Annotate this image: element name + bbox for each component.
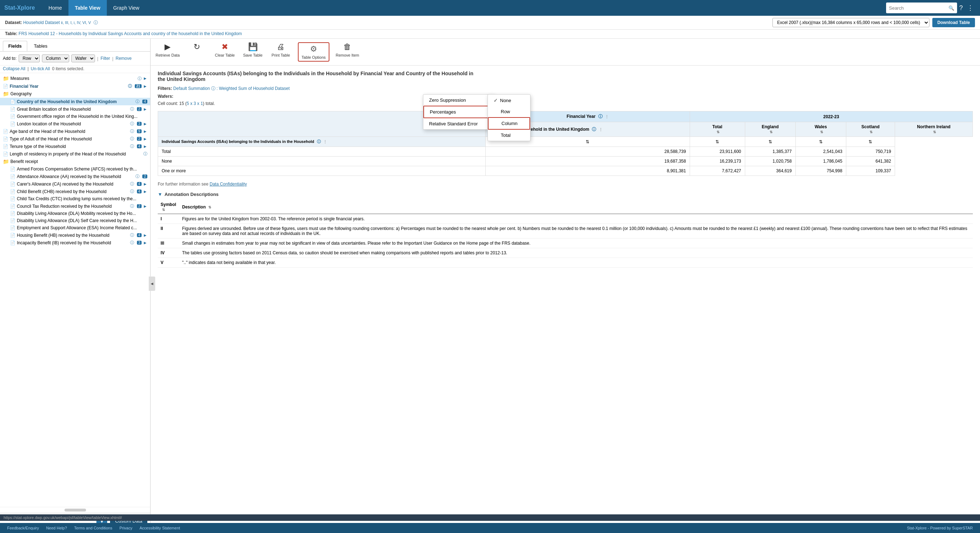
- column-select[interactable]: Column: [42, 54, 69, 62]
- isa-sort-england[interactable]: ⇅: [690, 137, 745, 147]
- isa-sort-icon[interactable]: ⋮: [323, 140, 327, 144]
- isa-sort-scotland[interactable]: ⇅: [795, 137, 846, 147]
- annotations-header[interactable]: ▼ Annotation Descriptions: [158, 192, 973, 197]
- cell-count-link[interactable]: 5 x 3 x 1: [187, 101, 203, 106]
- tree-item-type-adult[interactable]: 📄 Type of Adult of the Head of the House…: [0, 135, 150, 143]
- expand-arrow-age[interactable]: ►: [143, 129, 147, 134]
- row-option[interactable]: Row: [488, 106, 530, 117]
- tree-item-hb[interactable]: 📄 Housing Benefit (HB) received by the H…: [0, 232, 150, 239]
- tree-item-dla-sc[interactable]: 📄 Disability Living Allowance (DLA) Self…: [0, 217, 150, 224]
- retrieve-data-button[interactable]: ▶ Retrieve Data: [156, 42, 180, 57]
- expand-arrow-fy[interactable]: ►: [143, 84, 147, 89]
- info-icon-hb[interactable]: ⓘ: [130, 232, 134, 238]
- download-table-button[interactable]: Download Table: [932, 18, 975, 27]
- country-sort-icon[interactable]: ⋮: [599, 127, 603, 132]
- table-view-nav-button[interactable]: Table View: [68, 0, 107, 16]
- format-select[interactable]: Excel 2007 (.xlsx)(max 16,384 columns x …: [772, 18, 929, 27]
- symbol-sort[interactable]: ⇅: [162, 208, 165, 212]
- feedback-link[interactable]: Feedback/Enquiry: [7, 526, 39, 529]
- remove-link[interactable]: Remove: [115, 56, 132, 61]
- tree-item-chb[interactable]: 📄 Child Benefit (CHB) received by the Ho…: [0, 188, 150, 195]
- desc-sort[interactable]: ⇅: [208, 205, 211, 209]
- filter-info-icon[interactable]: ⓘ: [211, 86, 215, 91]
- expand-arrow-ca[interactable]: ►: [143, 182, 147, 187]
- info-icon-country[interactable]: ⓘ: [135, 99, 140, 104]
- tree-item-financial-year[interactable]: 📄 Financial Year ⓘ 21 ►: [0, 82, 150, 90]
- isa-info-icon[interactable]: ⓘ: [317, 140, 321, 144]
- percentages-item[interactable]: Percentages: [423, 106, 494, 118]
- ni-sort[interactable]: ⇅: [933, 130, 936, 134]
- expand-arrow-adult[interactable]: ►: [143, 136, 147, 141]
- info-icon-age[interactable]: ⓘ: [130, 128, 134, 134]
- help-icon-button[interactable]: ?: [957, 4, 965, 12]
- info-icon-ib[interactable]: ⓘ: [130, 240, 134, 245]
- expand-arrow-tenure[interactable]: ►: [143, 144, 147, 149]
- table-name-link[interactable]: FRS Household 12 - Households by Individ…: [19, 31, 242, 36]
- info-icon-fy[interactable]: ⓘ: [128, 84, 132, 89]
- tree-item-measures[interactable]: 📁 Measures ⓘ ►: [0, 75, 150, 82]
- tree-item-country[interactable]: 📄 Country of the Household in the United…: [0, 98, 150, 105]
- total-option[interactable]: Total: [488, 130, 530, 141]
- info-icon-dataset[interactable]: ⓘ: [94, 20, 98, 25]
- collapse-all-link[interactable]: Collapse All: [3, 66, 25, 71]
- help-link[interactable]: Need Help?: [46, 526, 67, 529]
- info-icon-ca[interactable]: ⓘ: [130, 181, 134, 187]
- tree-item-length-residency[interactable]: 📄 Length of residency in property of the…: [0, 150, 150, 158]
- info-icon-aa[interactable]: ⓘ: [135, 174, 140, 179]
- info-icon-adult[interactable]: ⓘ: [130, 136, 134, 141]
- tree-item-ctr[interactable]: 📄 Council Tax Reduction received by the …: [0, 202, 150, 210]
- tab-tables[interactable]: Tables: [29, 41, 53, 51]
- expand-arrow-chb[interactable]: ►: [143, 189, 147, 194]
- data-confidentiality-link[interactable]: Data Confidentiality: [210, 182, 247, 187]
- save-table-button[interactable]: 💾 Save Table: [242, 42, 264, 57]
- column-option[interactable]: Column: [488, 117, 530, 130]
- info-icon[interactable]: ⓘ: [138, 76, 142, 81]
- terms-link[interactable]: Terms and Conditions: [74, 526, 112, 529]
- total-sort[interactable]: ⇅: [716, 130, 719, 134]
- expand-arrow-london[interactable]: ►: [143, 121, 147, 127]
- home-nav-button[interactable]: Home: [42, 0, 68, 16]
- menu-icon-button[interactable]: ⋮: [965, 4, 976, 12]
- expand-arrow-ib[interactable]: ►: [143, 240, 147, 245]
- tree-item-ca[interactable]: 📄 Carer's Allowance (CA) received by the…: [0, 180, 150, 188]
- accessibility-link[interactable]: Accessibility Statement: [140, 526, 180, 529]
- fy-sort-icon[interactable]: ⋮: [605, 115, 609, 119]
- row-select[interactable]: Row: [19, 54, 40, 62]
- info-icon-gb[interactable]: ⓘ: [130, 106, 134, 112]
- isa-sort-wales[interactable]: ⇅: [745, 137, 795, 147]
- info-icon-tenure[interactable]: ⓘ: [130, 144, 134, 149]
- tree-item-age-band[interactable]: 📄 Age band of the Head of the Household …: [0, 127, 150, 135]
- isa-sort-ni[interactable]: ⇅: [846, 137, 895, 147]
- tree-item-esa[interactable]: 📄 Employment and Support Allowance (ESA)…: [0, 224, 150, 232]
- country-info-icon[interactable]: ⓘ: [592, 127, 596, 132]
- search-icon[interactable]: 🔍: [948, 5, 954, 11]
- zero-suppression-item[interactable]: Zero Suppression: [423, 95, 494, 106]
- tree-item-great-britain[interactable]: 📄 Great Britain location of the Househol…: [0, 105, 150, 113]
- info-icon-ctr[interactable]: ⓘ: [130, 203, 134, 209]
- wafer-select[interactable]: Wafer: [71, 54, 95, 62]
- table-options-button[interactable]: ⚙ Table Options: [298, 42, 329, 62]
- sidebar-collapse-button[interactable]: ◄: [149, 276, 155, 291]
- none-option[interactable]: ✓ None: [488, 95, 530, 106]
- info-icon-london[interactable]: ⓘ: [130, 121, 134, 127]
- fy-info-icon[interactable]: ⓘ: [598, 114, 603, 119]
- untick-all-link[interactable]: Un-tick All: [31, 66, 50, 71]
- relative-standard-error-item[interactable]: Relative Standard Error: [423, 118, 494, 129]
- privacy-link[interactable]: Privacy: [119, 526, 132, 529]
- refresh-button[interactable]: ↻: [186, 42, 208, 52]
- expand-arrow-hb[interactable]: ►: [143, 233, 147, 238]
- info-icon-length[interactable]: ⓘ: [143, 151, 147, 157]
- dataset-link[interactable]: Household Dataset: [23, 20, 60, 25]
- expand-arrow[interactable]: ►: [143, 76, 147, 81]
- tree-item-geography[interactable]: 📁 Geography: [0, 90, 150, 98]
- horizontal-scrollbar[interactable]: [65, 509, 86, 511]
- england-sort[interactable]: ⇅: [770, 130, 772, 134]
- tree-item-aa[interactable]: 📄 Attendance Allowance (AA) received by …: [0, 173, 150, 180]
- expand-arrow-ctr[interactable]: ►: [143, 204, 147, 209]
- search-input[interactable]: [889, 5, 946, 11]
- remove-item-button[interactable]: 🗑 Remove Item: [336, 42, 359, 57]
- tree-item-ctc[interactable]: 📄 Child Tax Credits (CTC) including lump…: [0, 195, 150, 202]
- tree-item-tenure[interactable]: 📄 Tenure type of the Household ⓘ 4 ►: [0, 143, 150, 150]
- wales-sort[interactable]: ⇅: [820, 130, 823, 134]
- print-table-button[interactable]: 🖨 Print Table: [270, 42, 291, 57]
